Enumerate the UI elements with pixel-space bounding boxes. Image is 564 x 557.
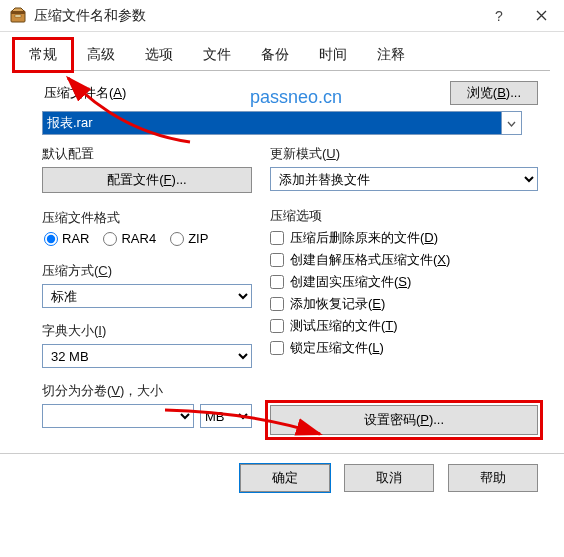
format-label: 压缩文件格式 xyxy=(42,209,252,227)
ok-button[interactable]: 确定 xyxy=(240,464,330,492)
tab-advanced[interactable]: 高级 xyxy=(72,39,130,71)
watermark: passneo.cn xyxy=(250,87,342,108)
options-group: 压缩后删除原来的文件(D) 创建自解压格式压缩文件(X) 创建固实压缩文件(S)… xyxy=(270,229,538,357)
tab-options[interactable]: 选项 xyxy=(130,39,188,71)
tab-backup[interactable]: 备份 xyxy=(246,39,304,71)
archive-name-label: 压缩文件名(A) xyxy=(44,84,126,102)
help-footer-button[interactable]: 帮助 xyxy=(448,464,538,492)
format-rar4[interactable]: RAR4 xyxy=(103,231,156,246)
opt-test[interactable]: 测试压缩的文件(T) xyxy=(270,317,538,335)
close-icon xyxy=(536,8,547,24)
format-group: RAR RAR4 ZIP xyxy=(44,231,252,246)
opt-sfx[interactable]: 创建自解压格式压缩文件(X) xyxy=(270,251,538,269)
help-button[interactable]: ? xyxy=(478,1,520,31)
opt-solid[interactable]: 创建固实压缩文件(S) xyxy=(270,273,538,291)
window-title: 压缩文件名和参数 xyxy=(34,7,478,25)
cancel-button[interactable]: 取消 xyxy=(344,464,434,492)
format-zip[interactable]: ZIP xyxy=(170,231,208,246)
split-unit-select[interactable]: MB xyxy=(200,404,252,428)
format-rar[interactable]: RAR xyxy=(44,231,89,246)
app-icon xyxy=(8,6,28,26)
method-select[interactable]: 标准 xyxy=(42,284,252,308)
opt-recovery[interactable]: 添加恢复记录(E) xyxy=(270,295,538,313)
titlebar: 压缩文件名和参数 ? xyxy=(0,0,564,32)
opt-delete-after[interactable]: 压缩后删除原来的文件(D) xyxy=(270,229,538,247)
split-label: 切分为分卷(V)，大小 xyxy=(42,382,252,400)
dict-select[interactable]: 32 MB xyxy=(42,344,252,368)
close-button[interactable] xyxy=(520,1,562,31)
svg-rect-2 xyxy=(15,15,21,17)
tab-general[interactable]: 常规 xyxy=(14,39,72,71)
tabbar: 常规 高级 选项 文件 备份 时间 注释 xyxy=(14,38,550,71)
tab-comment[interactable]: 注释 xyxy=(362,39,420,71)
profiles-button[interactable]: 配置文件(F)... xyxy=(42,167,252,193)
tab-files[interactable]: 文件 xyxy=(188,39,246,71)
update-mode-select[interactable]: 添加并替换文件 xyxy=(270,167,538,191)
default-profile-label: 默认配置 xyxy=(42,145,252,163)
chevron-down-icon xyxy=(507,118,516,129)
archive-name-input[interactable] xyxy=(42,111,502,135)
split-size-select[interactable] xyxy=(42,404,194,428)
options-label: 压缩选项 xyxy=(270,207,538,225)
browse-button[interactable]: 浏览(B)... xyxy=(450,81,538,105)
opt-lock[interactable]: 锁定压缩文件(L) xyxy=(270,339,538,357)
svg-rect-1 xyxy=(11,11,25,14)
dialog-footer: 确定 取消 帮助 xyxy=(0,453,564,508)
method-label: 压缩方式(C) xyxy=(42,262,252,280)
tab-time[interactable]: 时间 xyxy=(304,39,362,71)
set-password-button[interactable]: 设置密码(P)... xyxy=(270,405,538,435)
update-mode-label: 更新模式(U) xyxy=(270,145,538,163)
dict-label: 字典大小(I) xyxy=(42,322,252,340)
archive-name-dropdown[interactable] xyxy=(502,111,522,135)
